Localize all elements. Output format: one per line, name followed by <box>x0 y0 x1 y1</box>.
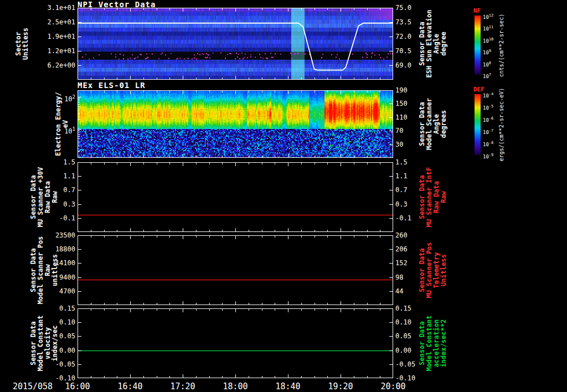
colorbar-nf-label: NF <box>473 7 481 14</box>
colorbar-def <box>475 94 481 155</box>
axis-label-left: Sensor DataModel Scanner PosRawunitless <box>30 235 59 305</box>
colorbar-units: ergs/(cm**2-sr-sec-eV) <box>498 83 505 166</box>
xtick-label: 16:00 <box>60 381 95 391</box>
axis-label-right: Sensor DataMU Scanner IntFRaw DataRaw <box>419 162 447 232</box>
colorbar-nf <box>475 16 481 75</box>
ytick-left: 6.2e+00 <box>31 61 75 69</box>
colorbar-tick: 1011 <box>483 24 493 30</box>
colorbar-tick: 10-5 <box>483 104 493 109</box>
colorbar-tick: 10-7 <box>483 128 493 133</box>
xtick-label: 18:00 <box>218 381 253 391</box>
axis-label-right: Sensor DataESH Sun ElevationAngledegree <box>419 8 447 80</box>
colorbar-tick: 10-6 <box>483 116 493 121</box>
ytick-left: 1.2e+01 <box>31 47 75 55</box>
spectrogram-figure: NPI Vector Data MEx ELS-01 LR NF DEF 201… <box>0 0 567 392</box>
axis-label-left: Sensor DataModel Constantvelocityindex/s… <box>30 308 59 378</box>
axis-label-left: SectorUnitless <box>15 8 29 80</box>
colorbar-tick: 1012 <box>483 13 493 18</box>
axis-label-left: Electron Energy/eV <box>55 90 69 158</box>
colorbar-tick: 108 <box>483 60 491 66</box>
axis-label-right: Sensor DataModel Constantaccelerationind… <box>419 308 447 378</box>
panel-title-els: MEx ELS-01 LR <box>78 81 146 90</box>
xtick-label: 16:40 <box>112 381 148 391</box>
axis-label-right: Sensor DataModel ScannerAngledegrees <box>419 90 447 158</box>
xtick-label: 18:40 <box>270 381 306 391</box>
colorbar-tick: 10-8 <box>483 140 493 146</box>
colorbar-tick: 10-9 <box>483 152 493 158</box>
colorbar-tick: 1010 <box>483 37 493 42</box>
npi-spectrogram-canvas <box>78 8 393 80</box>
axis-label-right: Sensor DataMU Scanner PosTelemetryUnitle… <box>419 235 447 305</box>
colorbar-tick: 10-4 <box>483 91 493 97</box>
xtick-label: 20:00 <box>375 381 411 391</box>
colorbar-tick: 109 <box>483 48 491 54</box>
model-velocity-plot-canvas <box>78 308 393 378</box>
ytick-left: 2.5e+01 <box>31 18 75 26</box>
mu-scanner-plot-canvas <box>78 162 393 232</box>
xtick-label: 19:20 <box>323 381 358 391</box>
colorbar-units: cnts/(cm**2-sr-sec) <box>498 4 505 87</box>
ytick-left: 1.9e+01 <box>31 33 75 40</box>
date-label: 2015/058 <box>2 381 63 391</box>
ytick-left: 3.1e+01 <box>31 4 75 12</box>
colorbar-tick: 107 <box>483 72 491 78</box>
axis-label-left: Sensor DataMU Scanner +30VRaw DataRaw <box>30 162 59 232</box>
els-spectrogram-canvas <box>78 90 393 158</box>
xtick-label: 17:20 <box>165 381 200 391</box>
scanner-pos-plot-canvas <box>78 235 393 305</box>
